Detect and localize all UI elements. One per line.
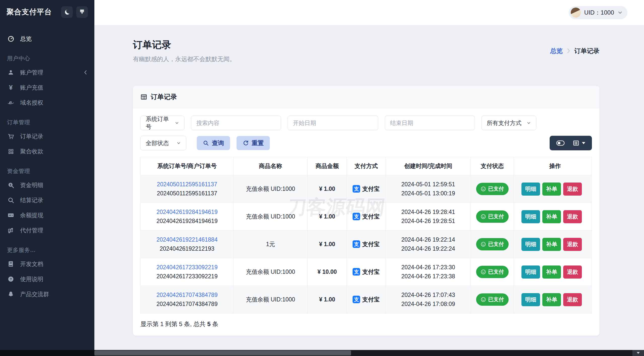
refund-button[interactable]: 退款 — [563, 238, 582, 251]
refund-button[interactable]: 退款 — [563, 265, 582, 279]
table-icon — [140, 94, 147, 100]
merchant-order-no: 2024050112595161137 — [157, 190, 217, 197]
sidebar-item-payout-manage[interactable]: 代付管理 — [0, 223, 94, 238]
credit-card-icon — [7, 212, 15, 219]
order-records-card: 订单记录 系统订单号 所有支付方式 — [133, 86, 599, 336]
reset-button[interactable]: 重置 — [237, 136, 270, 150]
status-badge: 已支付 — [476, 293, 509, 306]
query-button[interactable]: 查询 — [197, 136, 230, 150]
moon-icon — [64, 9, 70, 15]
yen-icon: ¥ — [7, 84, 15, 91]
refund-button[interactable]: 退款 — [563, 183, 582, 196]
sidebar-item-settle-records[interactable]: 结算记录 — [0, 193, 94, 208]
breadcrumb-home[interactable]: 总览 — [550, 47, 563, 55]
detail-button[interactable]: 明细 — [521, 238, 540, 251]
sidebar-item-order-records[interactable]: 订单记录 — [0, 129, 94, 144]
chevron-right-icon — [566, 48, 571, 54]
detail-button[interactable]: 明细 — [521, 183, 540, 196]
end-date-input[interactable] — [385, 116, 475, 130]
reissue-button[interactable]: 补单 — [542, 238, 561, 251]
reissue-button[interactable]: 补单 — [542, 210, 561, 223]
scrollbar-thumb[interactable] — [94, 350, 351, 355]
table-row: 202404261922146188420240426192212193 1元 … — [141, 231, 592, 258]
status-select[interactable]: 全部状态 — [140, 136, 186, 150]
alipay-icon: 支 — [353, 240, 360, 248]
col-product: 商品名称 — [234, 157, 308, 175]
sidebar-item-fund-detail[interactable]: $ 资金明细 — [0, 177, 94, 193]
col-method: 支付方式 — [347, 157, 386, 175]
reissue-button[interactable]: 补单 — [542, 265, 561, 279]
refresh-icon — [243, 140, 249, 146]
detail-button[interactable]: 明细 — [521, 293, 540, 306]
merchant-order-no: 2024042617233092219 — [157, 273, 218, 280]
order-link[interactable]: 2024050112595161137 — [143, 180, 231, 189]
alipay-icon: 支 — [353, 213, 360, 220]
query-label: 查询 — [212, 139, 224, 147]
sidebar-item-dev-docs[interactable]: 开发文档 — [0, 256, 94, 272]
sidebar-section-fund: 资金管理 — [7, 167, 87, 175]
sidebar-item-account-recharge[interactable]: ¥ 账户充值 — [0, 80, 94, 95]
breadcrumb-current: 订单记录 — [574, 47, 599, 55]
product-name: 充值余额 UID:1000 — [234, 258, 308, 286]
order-link[interactable]: 2024042619221461884 — [143, 235, 231, 244]
scrollbar-corner[interactable] — [632, 350, 644, 356]
user-menu[interactable]: UID：1000 — [569, 6, 627, 19]
caret-down-icon — [582, 142, 585, 144]
refund-button[interactable]: 退款 — [563, 210, 582, 223]
start-date-input[interactable] — [288, 116, 378, 130]
pay-method-select[interactable]: 所有支付方式 — [481, 116, 536, 130]
col-status: 支付状态 — [471, 157, 514, 175]
page-subtitle: 有幽默感的人，永远都不会默默无闻。 — [133, 55, 236, 63]
product-name: 充值余额 UID:1000 — [234, 175, 308, 203]
page-head: 订单记录 有幽默感的人，永远都不会默默无闻。 总览 订单记录 — [133, 37, 599, 65]
search-input[interactable] — [191, 116, 281, 130]
book-icon — [7, 261, 15, 267]
main-content: 订单记录 有幽默感的人，永远都不会默默无闻。 总览 订单记录 订单记录 系统订单… — [94, 25, 644, 350]
dark-mode-button[interactable] — [61, 6, 73, 18]
sidebar-item-account-manage[interactable]: 账户管理 — [0, 65, 94, 80]
sidebar-item-domain-auth[interactable]: e 域名授权 — [0, 95, 94, 110]
pay-method: 支付宝 — [362, 185, 380, 194]
table-row: 20240426170743847892024042617074384789 充… — [141, 286, 592, 314]
reissue-button[interactable]: 补单 — [542, 183, 561, 196]
sidebar-section-user: 用户中心 — [7, 55, 87, 62]
qq-penguin-icon — [7, 291, 15, 297]
browser-e-icon: e — [7, 99, 15, 106]
order-link[interactable]: 2024042619284194619 — [143, 208, 231, 217]
card-header-title: 订单记录 — [151, 93, 177, 101]
columns-dropdown-button[interactable] — [569, 136, 589, 150]
sidebar-item-product-group[interactable]: 产品交流群 — [0, 287, 94, 302]
reissue-button[interactable]: 补单 — [542, 293, 561, 306]
card-header: 订单记录 — [133, 86, 599, 108]
sidebar-item-user-guide[interactable]: ? 使用说明 — [0, 272, 94, 287]
chevron-down-icon — [526, 121, 531, 125]
merchant-order-no: 2024042619284194619 — [157, 218, 218, 224]
paint-brush-icon — [79, 9, 85, 15]
refund-button[interactable]: 退款 — [563, 293, 582, 306]
brand-title: 聚合支付平台 — [7, 7, 58, 17]
detail-button[interactable]: 明细 — [521, 210, 540, 223]
svg-text:e: e — [9, 100, 12, 105]
order-link[interactable]: 2024042617074384789 — [143, 291, 231, 300]
reset-label: 重置 — [252, 139, 264, 147]
table-summary: 显示第 1 到第 5 条, 总共 5 条 — [140, 320, 592, 328]
sidebar-item-overview[interactable]: 总览 — [0, 31, 94, 46]
sidebar-item-withdraw[interactable]: 余额提现 — [0, 208, 94, 223]
theme-button[interactable] — [76, 6, 88, 18]
detail-button[interactable]: 明细 — [521, 265, 540, 279]
col-order-no: 系统订单号/商户订单号 — [141, 157, 234, 175]
search-dollar-icon: $ — [7, 182, 15, 189]
status-badge: 已支付 — [476, 266, 509, 278]
status-badge: 已支付 — [476, 210, 509, 223]
sidebar-item-label: 资金明细 — [20, 181, 87, 189]
sidebar-item-label: 产品交流群 — [20, 290, 87, 298]
toggle-icon — [556, 140, 565, 146]
order-link[interactable]: 2024042617233092219 — [143, 263, 231, 272]
toggle-view-button[interactable] — [552, 136, 569, 150]
sidebar-item-label: 聚合收款 — [20, 148, 87, 155]
merchant-order-no: 2024042617074384789 — [157, 301, 218, 307]
sidebar-item-aggregate-collect[interactable]: 聚合收款 — [0, 144, 94, 159]
sidebar-nav: 总览 用户中心 账户管理 ¥ 账户充值 e 域名授权 订单管理 — [0, 24, 94, 302]
order-type-select[interactable]: 系统订单号 — [140, 116, 184, 130]
product-name: 1元 — [234, 231, 308, 258]
